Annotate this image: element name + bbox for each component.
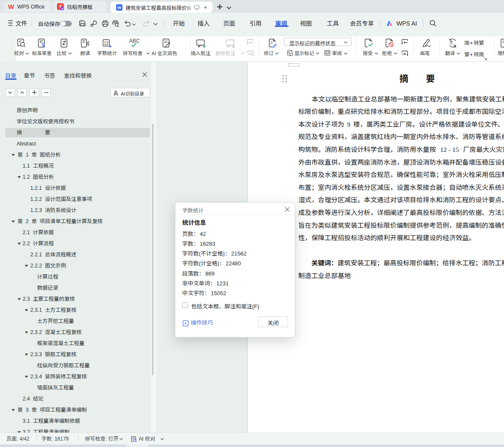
svg-text:A: A <box>453 43 456 47</box>
svg-text:AI: AI <box>61 7 64 10</box>
svg-text:W: W <box>117 5 121 10</box>
svg-text:12: 12 <box>104 41 109 46</box>
svg-text:文: 文 <box>449 40 453 45</box>
svg-text:ABC: ABC <box>129 38 140 44</box>
